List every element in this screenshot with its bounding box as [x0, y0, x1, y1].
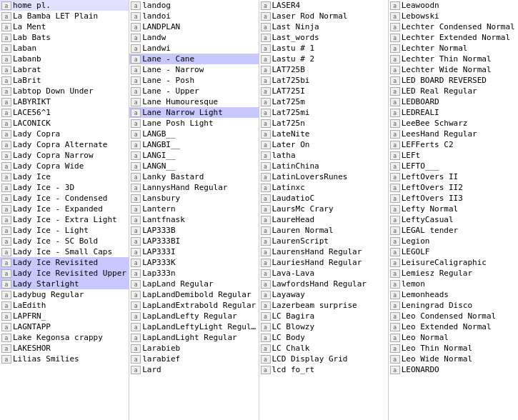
list-item[interactable]: aLabrat	[0, 64, 129, 75]
list-item[interactable]: aLady Ice	[0, 171, 129, 182]
list-item[interactable]: aLabanb	[0, 54, 129, 64]
list-item[interactable]: aLane - Cane	[129, 54, 258, 64]
list-item[interactable]: aLap333n	[129, 268, 258, 279]
list-item[interactable]: aLC Bagira	[259, 311, 388, 321]
list-item[interactable]: aLeesHand Regular	[389, 129, 518, 139]
list-item[interactable]: ahome pl.	[0, 0, 129, 11]
list-item[interactable]: aLantfnask	[129, 214, 258, 225]
list-item[interactable]: aLane - Upper	[129, 86, 258, 96]
list-item[interactable]: aLandw	[129, 32, 258, 43]
list-item[interactable]: aLeawoodn	[389, 0, 518, 11]
list-item[interactable]: aLABYRIKT	[0, 96, 129, 107]
list-item[interactable]: aLane Humouresque	[129, 96, 258, 107]
list-item[interactable]: aLadybug Regular	[0, 289, 129, 300]
list-item[interactable]: aLaursMc Crary	[259, 204, 388, 214]
list-item[interactable]: aLatinLoversRunes	[259, 171, 388, 182]
list-item[interactable]: alcd fo_rt	[259, 364, 388, 375]
list-item[interactable]: aLa Ment	[0, 21, 129, 32]
list-item[interactable]: aLAKESHOR	[0, 343, 129, 354]
list-item[interactable]: alandoi	[129, 11, 258, 21]
list-item[interactable]: aLady Copra	[0, 129, 129, 139]
list-item[interactable]: aLaurenScript	[259, 236, 388, 246]
list-item[interactable]: aLady Ice - SC Bold	[0, 236, 129, 246]
list-item[interactable]: aLazerbeam surprise	[259, 300, 388, 311]
list-item[interactable]: aLebowski	[389, 11, 518, 21]
list-item[interactable]: aLat725mi	[259, 107, 388, 118]
list-item[interactable]: aLC Chalk	[259, 343, 388, 354]
list-item[interactable]: aLane Narrow Light	[129, 107, 258, 118]
list-item[interactable]: aLeo Condensed Normal	[389, 311, 518, 321]
list-item[interactable]: aLEFFerts C2	[389, 139, 518, 150]
list-item[interactable]: aLady Ice - Extra Light	[0, 214, 129, 225]
list-item[interactable]: aLab Bats	[0, 32, 129, 43]
list-item[interactable]: aLannysHand Regular	[129, 182, 258, 193]
list-item[interactable]: aLava-Lava	[259, 268, 388, 279]
list-item[interactable]: aLED Real Regular	[389, 86, 518, 96]
list-item[interactable]: aLat725m	[259, 96, 388, 107]
list-item[interactable]: aLane Posh Light	[129, 118, 258, 129]
list-item[interactable]: aLegion	[389, 236, 518, 246]
list-item[interactable]: alandog	[129, 0, 258, 11]
list-item[interactable]: alemon	[389, 279, 518, 289]
list-item[interactable]: aLAP333B	[129, 225, 258, 236]
list-item[interactable]: aLaEdith	[0, 300, 129, 311]
list-item[interactable]: aLaurensHand Regular	[259, 246, 388, 257]
list-item[interactable]: aLC Body	[259, 332, 388, 343]
list-item[interactable]: aLateNite	[259, 129, 388, 139]
list-item[interactable]: aLaban	[0, 43, 129, 54]
list-item[interactable]: aLapLandExtrabold Regular	[129, 300, 258, 311]
list-item[interactable]: aLapLand Regular	[129, 279, 258, 289]
list-item[interactable]: aLC Blowzy	[259, 321, 388, 332]
list-item[interactable]: aLANGB__	[129, 129, 258, 139]
list-item[interactable]: aLechter Extended Normal	[389, 32, 518, 43]
list-item[interactable]: aLady Starlight	[0, 279, 129, 289]
list-item[interactable]: aLaureHead	[259, 214, 388, 225]
list-item[interactable]: aLAGNTAPP	[0, 321, 129, 332]
list-item[interactable]: aLEDBOARD	[389, 96, 518, 107]
list-item[interactable]: aLady Copra Alternate	[0, 139, 129, 150]
list-item[interactable]: aLilias Smilies	[0, 354, 129, 364]
list-item[interactable]: aLEFTO___	[389, 161, 518, 171]
list-item[interactable]: aLEONARDO	[389, 364, 518, 375]
list-item[interactable]: aLabtop Down Under	[0, 86, 129, 96]
list-item[interactable]: aLane - Narrow	[129, 64, 258, 75]
list-item[interactable]: aLACE56^1	[0, 107, 129, 118]
list-item[interactable]: aLemiesz Regular	[389, 268, 518, 279]
list-item[interactable]: aLard	[129, 364, 258, 375]
list-item[interactable]: aLefty Normal	[389, 204, 518, 214]
list-item[interactable]: aLechter Wide Normal	[389, 64, 518, 75]
list-item[interactable]: aLane - Posh	[129, 75, 258, 86]
list-item[interactable]: aLANGI__	[129, 150, 258, 161]
list-item[interactable]: aLAPFRN_	[0, 311, 129, 321]
list-item[interactable]: aLANGBI__	[129, 139, 258, 150]
list-item[interactable]: aLeningrad Disco	[389, 300, 518, 311]
list-item[interactable]: aLady Copra Wide	[0, 161, 129, 171]
list-item[interactable]: aLeo Wide Normal	[389, 354, 518, 364]
list-item[interactable]: aLANGN__	[129, 161, 258, 171]
list-item[interactable]: aLady Ice Revisited Upper	[0, 268, 129, 279]
list-item[interactable]: aLady Ice - Light	[0, 225, 129, 236]
list-item[interactable]: aLauriesHand Regular	[259, 257, 388, 268]
list-item[interactable]: aLast_words	[259, 32, 388, 43]
list-item[interactable]: aLapLandLefty Regular	[129, 311, 258, 321]
list-item[interactable]: aLansbury	[129, 193, 258, 204]
list-item[interactable]: aLantern	[129, 204, 258, 214]
list-item[interactable]: aLEDREALI	[389, 107, 518, 118]
list-item[interactable]: aLeo Normal	[389, 332, 518, 343]
list-item[interactable]: aLAT725I	[259, 86, 388, 96]
list-item[interactable]: aLady Ice - Small Caps	[0, 246, 129, 257]
list-item[interactable]: aLeftyCasual	[389, 214, 518, 225]
list-item[interactable]: aLeftOvers II	[389, 171, 518, 182]
list-item[interactable]: alarabief	[129, 354, 258, 364]
list-item[interactable]: aLED BOARD REVERSED	[389, 75, 518, 86]
list-item[interactable]: aLaser Rod Normal	[259, 11, 388, 21]
list-item[interactable]: aLandwi	[129, 43, 258, 54]
list-item[interactable]: aLanky Bastard	[129, 171, 258, 182]
list-item[interactable]: aLat725bi	[259, 75, 388, 86]
list-item[interactable]: aLatinxc	[259, 182, 388, 193]
list-item[interactable]: aLACONICK	[0, 118, 129, 129]
list-item[interactable]: aLeeBee Schwarz	[389, 118, 518, 129]
list-item[interactable]: aLechter Normal	[389, 43, 518, 54]
list-item[interactable]: aLeftOvers II2	[389, 182, 518, 193]
list-item[interactable]: alatha	[259, 150, 388, 161]
